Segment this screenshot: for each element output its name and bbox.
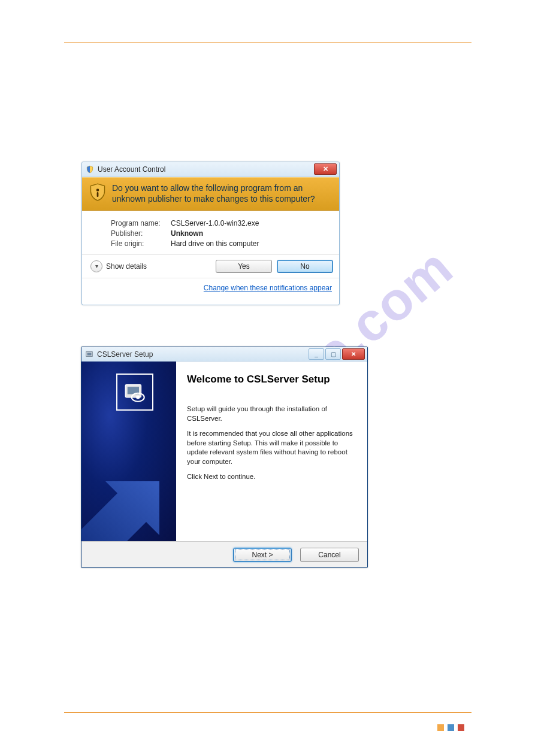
uac-banner-text: Do you want to allow the following progr… — [112, 183, 332, 205]
wizard-main: Welcome to CSLServer Setup Setup will gu… — [176, 362, 367, 541]
installer-icon — [85, 350, 93, 359]
wizard-sidebar-graphic — [81, 362, 176, 541]
wizard-paragraph-3: Click Next to continue. — [187, 472, 356, 482]
uac-body: Program name: CSLServer-1.0.0-win32.exe … — [82, 211, 339, 254]
square-orange-icon — [437, 724, 444, 731]
maximize-button[interactable]: ▢ — [325, 348, 341, 360]
square-blue-icon — [448, 724, 454, 731]
minimize-icon: _ — [315, 351, 318, 357]
yes-button[interactable]: Yes — [216, 260, 272, 273]
value-file-origin: Hard drive on this computer — [171, 239, 332, 248]
show-details-toggle[interactable]: ▾ Show details — [90, 260, 147, 272]
label-program-name: Program name: — [111, 219, 171, 227]
close-button[interactable]: ✕ — [342, 348, 365, 360]
svg-point-0 — [96, 189, 99, 192]
shield-warning-icon — [89, 183, 106, 201]
svg-point-7 — [136, 396, 140, 399]
value-publisher: Unknown — [171, 229, 332, 238]
wizard-title: CSLServer Setup — [97, 350, 153, 359]
setup-wizard-dialog: CSLServer Setup _ ▢ ✕ — [81, 347, 368, 568]
svg-rect-1 — [97, 192, 99, 197]
close-button[interactable]: ✕ — [314, 163, 337, 175]
square-red-icon — [458, 724, 464, 731]
page-bottom-rule — [64, 712, 471, 713]
change-notifications-link[interactable]: Change when these notifications appear — [204, 284, 332, 292]
next-button[interactable]: Next > — [233, 548, 292, 562]
svg-rect-3 — [87, 353, 92, 355]
page-top-rule — [64, 42, 471, 42]
uac-dialog: User Account Control ✕ Do you want to al… — [81, 162, 340, 305]
installer-box-icon — [116, 374, 153, 411]
wizard-footer: Next > Cancel — [81, 541, 367, 568]
close-x-icon: ✕ — [351, 351, 356, 357]
uac-banner: Do you want to allow the following progr… — [82, 177, 339, 211]
wizard-heading: Welcome to CSLServer Setup — [187, 374, 356, 385]
wizard-titlebar[interactable]: CSLServer Setup _ ▢ ✕ — [81, 347, 367, 362]
maximize-icon: ▢ — [331, 351, 336, 357]
show-details-label: Show details — [106, 262, 147, 271]
label-publisher: Publisher: — [111, 229, 171, 238]
uac-title: User Account Control — [98, 165, 165, 174]
close-x-icon: ✕ — [323, 165, 328, 173]
uac-footer-link: Change when these notifications appear — [82, 278, 339, 296]
no-button[interactable]: No — [277, 260, 333, 273]
uac-titlebar[interactable]: User Account Control ✕ — [82, 162, 339, 177]
uac-footer-actions: ▾ Show details Yes No — [82, 254, 339, 278]
wizard-paragraph-2: It is recommended that you close all oth… — [187, 429, 356, 466]
shield-icon — [86, 165, 94, 174]
cancel-button[interactable]: Cancel — [300, 548, 359, 562]
value-program-name: CSLServer-1.0.0-win32.exe — [171, 219, 332, 227]
footer-squares — [437, 724, 464, 731]
minimize-button[interactable]: _ — [309, 348, 324, 360]
chevron-down-icon: ▾ — [90, 260, 102, 272]
wizard-paragraph-1: Setup will guide you through the install… — [187, 405, 356, 423]
label-file-origin: File origin: — [111, 239, 171, 248]
